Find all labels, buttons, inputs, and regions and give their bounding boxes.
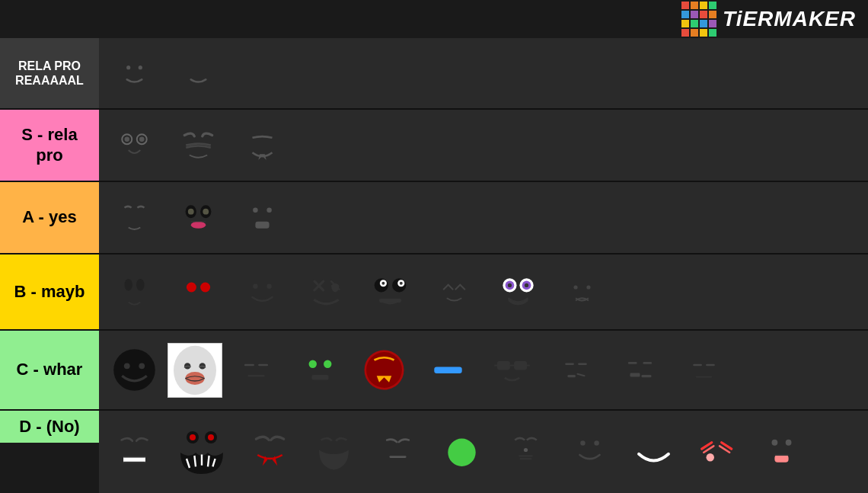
- svg-point-83: [594, 440, 599, 446]
- svg-rect-55: [514, 361, 527, 370]
- svg-rect-61: [567, 375, 575, 377]
- tier-content-a: [99, 182, 868, 253]
- face-item: [104, 487, 164, 493]
- face-item: [545, 340, 606, 401]
- face-item: [295, 487, 356, 493]
- tier-label-s: S - rela pro: [0, 110, 99, 181]
- svg-point-41: [174, 345, 216, 394]
- tier-row-d: D - (No): [0, 411, 868, 493]
- face-item: [104, 115, 164, 176]
- tier-label-a: A - yes: [0, 182, 99, 253]
- svg-point-49: [324, 360, 331, 368]
- svg-point-15: [136, 278, 144, 290]
- face-item: [487, 261, 548, 322]
- svg-point-34: [507, 283, 511, 287]
- logo-text: TiERMAKER: [723, 7, 856, 31]
- svg-point-48: [308, 360, 316, 368]
- face-item: [295, 261, 356, 322]
- svg-point-75: [190, 434, 196, 440]
- svg-point-39: [123, 363, 129, 369]
- svg-point-88: [706, 453, 713, 461]
- svg-point-82: [580, 440, 586, 446]
- face-item: [623, 419, 684, 480]
- face-item: [231, 187, 292, 248]
- svg-point-76: [208, 434, 214, 440]
- face-item: [367, 419, 428, 480]
- tier-row-top: RELA PROREAAAAAL: [0, 38, 868, 110]
- face-item: [231, 487, 292, 493]
- svg-point-89: [771, 439, 777, 445]
- tier-row-c: C - whar: [0, 331, 868, 411]
- face-item: [303, 419, 364, 480]
- face-item: [104, 187, 164, 248]
- face-item: [168, 115, 228, 176]
- tier-content-c: [99, 331, 868, 409]
- face-item: [231, 115, 292, 176]
- tier-label-c: C - whar: [0, 331, 99, 409]
- logo-grid: [681, 2, 716, 37]
- svg-rect-65: [630, 373, 640, 376]
- face-item: [289, 340, 350, 401]
- svg-point-78: [448, 438, 475, 466]
- face-item: [168, 261, 228, 322]
- face-item: [239, 419, 300, 480]
- face-item: [104, 419, 164, 480]
- svg-point-90: [785, 439, 791, 445]
- logo: TiERMAKER: [681, 2, 856, 37]
- face-item: [168, 187, 228, 248]
- face-item: [751, 419, 812, 480]
- svg-rect-54: [497, 361, 510, 370]
- svg-point-27: [381, 281, 385, 284]
- face-item: [104, 43, 164, 104]
- svg-point-38: [113, 349, 155, 391]
- tier-content-top: [99, 38, 868, 108]
- svg-point-37: [586, 285, 590, 289]
- face-item: [104, 340, 164, 401]
- tier-row-b: B - mayb: [0, 255, 868, 331]
- svg-rect-50: [311, 375, 328, 380]
- svg-point-8: [187, 209, 193, 215]
- face-item: [168, 343, 222, 398]
- face-item: [495, 419, 556, 480]
- svg-point-0: [126, 66, 130, 69]
- svg-point-18: [253, 283, 258, 289]
- svg-rect-13: [255, 222, 269, 229]
- face-item: [423, 261, 484, 322]
- tier-label-top: RELA PROREAAAAAL: [0, 38, 99, 108]
- svg-point-19: [266, 283, 272, 289]
- tier-label-d: D - (No): [0, 411, 99, 443]
- svg-point-17: [200, 282, 210, 292]
- svg-point-11: [253, 208, 258, 213]
- svg-line-62: [577, 374, 584, 376]
- svg-point-28: [399, 281, 402, 284]
- tier-list: RELA PROREAAAAAL S - rela pro: [0, 38, 868, 493]
- svg-point-35: [524, 283, 528, 287]
- svg-rect-66: [641, 375, 651, 377]
- svg-rect-29: [379, 298, 401, 302]
- face-item: [168, 487, 228, 493]
- svg-rect-53: [434, 367, 461, 373]
- tier-content-d: [99, 411, 868, 493]
- face-item: [609, 340, 670, 401]
- svg-point-81: [523, 447, 527, 451]
- tier-content-s: [99, 110, 868, 181]
- face-item: [687, 419, 748, 480]
- face-item: [359, 261, 420, 322]
- tier-label-b: B - mayb: [0, 255, 99, 329]
- face-item: [481, 340, 542, 401]
- tier-row-a: A - yes: [0, 182, 868, 255]
- svg-point-16: [186, 282, 196, 292]
- svg-point-9: [203, 209, 209, 215]
- face-item: [168, 43, 228, 104]
- face-item: [168, 415, 236, 484]
- face-item: [353, 340, 414, 401]
- face-item: [559, 419, 620, 480]
- face-item: [673, 340, 734, 401]
- face-item: [104, 261, 164, 322]
- face-item: [551, 261, 612, 322]
- svg-point-4: [124, 136, 129, 142]
- svg-point-36: [573, 285, 577, 289]
- svg-point-12: [266, 208, 272, 213]
- face-item: [231, 261, 292, 322]
- face-item: [431, 419, 492, 480]
